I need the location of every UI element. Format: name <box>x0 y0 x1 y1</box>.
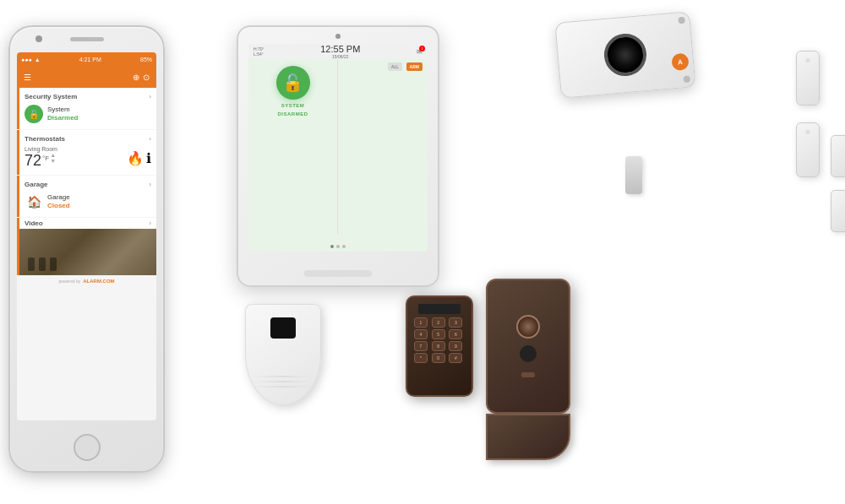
tablet-time-block: 12:55 PM 15/06/22 <box>320 44 360 59</box>
keypad-display <box>418 304 461 314</box>
key-3[interactable]: 3 <box>449 317 462 328</box>
motion-sensor-eye <box>270 317 296 339</box>
keypad-body: 1 2 3 4 5 6 7 8 9 * 0 # <box>406 295 473 397</box>
video-title: Video <box>25 219 43 227</box>
key-8[interactable]: 8 <box>432 341 445 351</box>
smart-lock: 1 2 3 4 5 6 7 8 9 * 0 # <box>406 279 592 473</box>
video-thumbnail[interactable] <box>19 229 156 275</box>
powered-by-text: powered by <box>58 279 80 284</box>
sensor-led-2 <box>806 130 810 134</box>
motion-line-1 <box>253 376 313 377</box>
keypad-buttons: 1 2 3 4 5 6 7 8 9 * 0 # <box>407 317 472 363</box>
thermostat-section: Thermostats › Living Room 72 °F ▲ ▼ <box>17 130 156 175</box>
arm-button[interactable]: ARM <box>406 62 422 71</box>
hamburger-icon[interactable]: ☰ <box>24 73 31 82</box>
key-6[interactable]: 6 <box>449 329 462 339</box>
temp-value: 72 <box>25 152 41 170</box>
settings-icon[interactable]: ⊙ <box>143 73 150 82</box>
motion-body <box>245 304 321 405</box>
disarmed-display: 🔓 SYSTEM DISARMED <box>248 59 337 123</box>
garage-door-icon: 🏠 <box>25 192 43 211</box>
mail-badge: 1 <box>419 46 425 51</box>
status-time: 4:21 PM <box>79 57 101 62</box>
add-icon[interactable]: ⊕ <box>133 73 139 82</box>
lock-handle <box>486 414 570 460</box>
phone-home-button[interactable] <box>74 434 101 461</box>
key-7[interactable]: 7 <box>414 341 428 351</box>
tablet-status-bar: H:70° L:54° 12:55 PM 15/06/22 ✉ 1 <box>248 44 428 59</box>
key-hash[interactable]: # <box>449 353 462 363</box>
camera-screw-bottom <box>683 75 690 83</box>
security-title: Security System <box>25 93 77 100</box>
security-chevron: › <box>149 93 151 100</box>
garage-item: 🏠 Garage Closed <box>25 190 151 214</box>
room-name: Living Room <box>25 146 57 152</box>
tablet-screen: H:70° L:54° 12:55 PM 15/06/22 ✉ 1 🔓 <box>248 44 428 252</box>
thermostat-section-header[interactable]: Thermostats › <box>25 133 151 144</box>
nav-dot-2[interactable] <box>336 245 340 248</box>
tablet-time: 12:55 PM <box>320 44 360 54</box>
thermostat-chevron: › <box>149 135 151 143</box>
status-left: ●●● ▲ <box>21 57 41 62</box>
battery-level: 85% <box>140 57 152 62</box>
camera-mount <box>625 156 642 194</box>
tablet-body: H:70° L:54° 12:55 PM 15/06/22 ✉ 1 🔓 <box>237 25 439 287</box>
garage-section: Garage › 🏠 Garage Closed <box>17 176 156 217</box>
weather-low: L:54° <box>254 51 264 57</box>
disarmed-system-label: SYSTEM <box>281 103 305 108</box>
phone-body: ●●● ▲ 4:21 PM 85% ☰ ⊕ ⊙ Securi <box>8 25 165 473</box>
door-sensor-4-wrapper <box>831 190 845 232</box>
video-section-header[interactable]: Video › <box>19 218 156 229</box>
nav-dot-3[interactable] <box>342 245 346 248</box>
key-9[interactable]: 9 <box>449 341 462 351</box>
motion-line-2 <box>253 381 313 382</box>
temp-controls[interactable]: ▲ ▼ <box>50 152 56 164</box>
key-2[interactable]: 2 <box>432 317 445 328</box>
key-4[interactable]: 4 <box>414 329 428 339</box>
key-0[interactable]: 0 <box>432 353 445 363</box>
tablet-right-panel: ARM ALL <box>338 59 428 235</box>
wifi-icon: ▲ <box>35 57 41 62</box>
video-section: Video › <box>17 218 156 275</box>
lock-bolt <box>521 372 535 377</box>
garage-section-header[interactable]: Garage › <box>25 179 151 190</box>
motion-line-3 <box>253 386 313 387</box>
motion-lines <box>253 376 313 387</box>
tablet-speaker <box>304 270 372 277</box>
big-lock-icon: 🔓 <box>276 66 310 100</box>
status-bar: ●●● ▲ 4:21 PM 85% <box>17 52 156 66</box>
door-sensor-1 <box>796 51 820 106</box>
lock-green-icon: 🔓 <box>25 105 43 123</box>
door-sensor-group <box>796 51 820 177</box>
camera-screw-top <box>678 17 685 24</box>
door-sensor-small-group <box>831 135 845 232</box>
security-camera: A <box>558 17 710 160</box>
system-text: System Disarmed <box>47 106 78 123</box>
lock-keyhole <box>520 345 537 362</box>
tablet-camera <box>335 34 341 39</box>
disarmed-status-label: DISARMED <box>277 111 308 117</box>
lock-deadbolt <box>486 279 570 414</box>
info-icon: ℹ <box>146 150 151 166</box>
tablet-mail-icon[interactable]: ✉ 1 <box>417 48 422 56</box>
system-label: System <box>47 106 78 114</box>
all-button[interactable]: ALL <box>388 62 402 71</box>
powered-by-bar: powered by ALARM.COM <box>17 276 156 286</box>
key-5[interactable]: 5 <box>432 329 445 339</box>
key-star[interactable]: * <box>414 353 428 363</box>
security-section-header[interactable]: Security System › <box>25 91 151 102</box>
security-status: Disarmed <box>47 114 78 122</box>
lock-knob <box>516 315 540 339</box>
garage-status: Closed <box>47 202 70 210</box>
tablet-nav-dots <box>330 245 346 248</box>
key-1[interactable]: 1 <box>414 317 428 328</box>
flame-icon: 🔥 <box>127 150 144 166</box>
app-header: ☰ ⊕ ⊙ <box>17 66 156 88</box>
thermostat-icons: 🔥 ℹ <box>127 150 151 166</box>
phone-speaker <box>70 37 104 41</box>
sensor-led-1 <box>806 58 810 62</box>
figure-1 <box>28 257 35 271</box>
garage-title: Garage <box>25 181 48 188</box>
figure-2 <box>39 257 46 271</box>
nav-dot-1[interactable] <box>330 245 334 248</box>
